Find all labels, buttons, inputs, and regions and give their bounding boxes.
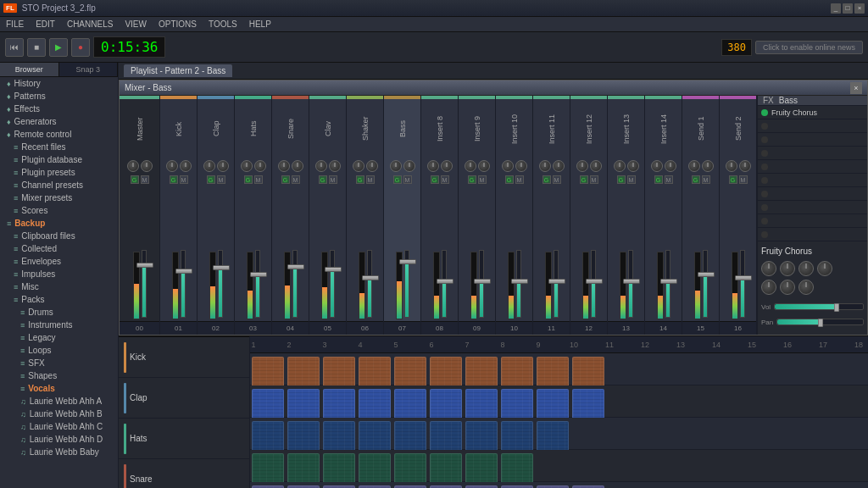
maximize-btn[interactable]: □ xyxy=(843,3,853,14)
channel-knob-1[interactable] xyxy=(329,160,341,172)
mixer-channel-send-1[interactable]: Send 1GM15 xyxy=(682,96,720,335)
channel-green-btn[interactable]: G xyxy=(207,175,215,184)
mixer-channel-insert-8[interactable]: Insert 8GM08 xyxy=(421,96,459,335)
play-btn[interactable]: ▶ xyxy=(49,38,68,57)
sidebar-item-recent-files[interactable]: ≡Recent files xyxy=(0,141,118,153)
sidebar-item-plugin-database[interactable]: ≡Plugin database xyxy=(0,153,118,166)
channel-knob-0[interactable] xyxy=(241,160,253,172)
channel-knob-1[interactable] xyxy=(441,160,453,172)
channel-green-btn[interactable]: G xyxy=(505,175,514,184)
channel-mute-btn[interactable]: M xyxy=(403,175,412,184)
fx-knob-6[interactable] xyxy=(780,280,795,295)
fader-knob[interactable] xyxy=(511,279,528,284)
fader-track[interactable] xyxy=(703,250,708,318)
fader-knob[interactable] xyxy=(623,279,640,284)
channel-knob-0[interactable] xyxy=(726,160,737,172)
channel-mute-btn[interactable]: M xyxy=(515,175,524,184)
channel-bottom-label[interactable]: 14 xyxy=(645,321,682,335)
mixer-channel-insert-13[interactable]: Insert 13GM13 xyxy=(608,96,645,335)
channel-green-btn[interactable]: G xyxy=(542,175,551,184)
channel-mute-btn[interactable]: M xyxy=(141,175,149,184)
mixer-channel-hats[interactable]: HatsGM03 xyxy=(235,96,272,335)
sidebar-item-collected[interactable]: ≡Collected xyxy=(0,242,118,255)
channel-knob-0[interactable] xyxy=(539,160,551,172)
menu-options[interactable]: OPTIONS xyxy=(156,19,199,30)
menu-tools[interactable]: TOOLS xyxy=(206,19,240,30)
sidebar-item-backup[interactable]: ≡Backup xyxy=(0,217,118,230)
channel-knob-0[interactable] xyxy=(427,160,439,172)
fx-slot-4[interactable] xyxy=(758,160,867,174)
channel-mute-btn[interactable]: M xyxy=(478,175,487,184)
fx-slot-5[interactable] xyxy=(758,174,867,187)
fader-track[interactable] xyxy=(442,250,447,318)
channel-green-btn[interactable]: G xyxy=(319,175,327,184)
channel-mute-btn[interactable]: M xyxy=(180,175,188,184)
channel-bottom-label[interactable]: 12 xyxy=(570,321,607,335)
sidebar-item-history[interactable]: ♦History xyxy=(0,77,118,90)
sidebar-item-impulses[interactable]: ≡Impulses xyxy=(0,268,118,280)
channel-knob-0[interactable] xyxy=(166,160,178,172)
fx-slot-0[interactable]: Fruity Chorus xyxy=(758,106,867,119)
channel-knob-1[interactable] xyxy=(292,160,303,172)
channel-bottom-label[interactable]: 08 xyxy=(421,321,458,335)
fader-knob[interactable] xyxy=(735,275,752,280)
channel-knob-0[interactable] xyxy=(465,160,476,172)
menu-view[interactable]: VIEW xyxy=(122,19,149,30)
mixer-channel-insert-10[interactable]: Insert 10GM10 xyxy=(496,96,533,335)
mixer-channel-clap[interactable]: ClapGM02 xyxy=(198,96,235,335)
channel-green-btn[interactable]: G xyxy=(617,175,626,184)
channel-bottom-label[interactable]: 03 xyxy=(235,321,271,335)
channel-knob-0[interactable] xyxy=(651,160,663,172)
sidebar-item-legacy[interactable]: ≡Legacy xyxy=(0,331,118,344)
minimize-btn[interactable]: _ xyxy=(831,3,841,14)
channel-bottom-label[interactable]: 02 xyxy=(198,321,234,335)
fader-knob[interactable] xyxy=(474,279,491,284)
fader-knob[interactable] xyxy=(399,259,416,264)
sidebar-tab-browser[interactable]: Browser xyxy=(0,63,59,76)
channel-bottom-label[interactable]: 04 xyxy=(272,321,309,335)
channel-green-btn[interactable]: G xyxy=(468,175,476,184)
sidebar-item-plugin-presets[interactable]: ≡Plugin presets xyxy=(0,166,118,179)
fader-knob[interactable] xyxy=(660,279,677,284)
channel-knob-0[interactable] xyxy=(203,160,215,172)
channel-knob-0[interactable] xyxy=(278,160,290,172)
mixer-channel-master[interactable]: MasterGM00 xyxy=(120,96,160,335)
channel-bottom-label[interactable]: 07 xyxy=(384,321,420,335)
channel-bottom-label[interactable]: 10 xyxy=(496,321,532,335)
channel-mute-btn[interactable]: M xyxy=(441,175,449,184)
channel-knob-0[interactable] xyxy=(390,160,402,172)
channel-bottom-label[interactable]: 15 xyxy=(682,321,719,335)
channel-knob-0[interactable] xyxy=(614,160,626,172)
track-label-kick[interactable]: Kick xyxy=(119,337,249,378)
mixer-channel-kick[interactable]: KickGM01 xyxy=(160,96,198,335)
sidebar-item-patterns[interactable]: ♦Patterns xyxy=(0,90,118,103)
channel-knob-1[interactable] xyxy=(665,160,676,172)
fader-track[interactable] xyxy=(740,250,745,318)
sidebar-item-instruments[interactable]: ≡Instruments xyxy=(0,319,118,331)
channel-bottom-label[interactable]: 00 xyxy=(120,321,159,335)
fader-track[interactable] xyxy=(516,250,521,318)
channel-knob-0[interactable] xyxy=(315,160,327,172)
fx-slot-8[interactable] xyxy=(758,214,867,228)
sidebar-item-mixer-presets[interactable]: ≡Mixer presets xyxy=(0,191,118,204)
channel-green-btn[interactable]: G xyxy=(580,175,588,184)
channel-green-btn[interactable]: G xyxy=(654,175,663,184)
playlist-row-clap[interactable] xyxy=(250,385,868,418)
channel-bottom-label[interactable]: 16 xyxy=(720,321,756,335)
channel-knob-1[interactable] xyxy=(403,160,415,172)
channel-green-btn[interactable]: G xyxy=(729,175,737,184)
fx-knob-7[interactable] xyxy=(798,280,814,295)
channel-knob-1[interactable] xyxy=(478,160,490,172)
fx-slot-3[interactable] xyxy=(758,147,867,160)
fader-track[interactable] xyxy=(181,250,186,318)
channel-knob-0[interactable] xyxy=(353,160,364,172)
sidebar-item-vocals[interactable]: ≡Vocals xyxy=(0,382,118,395)
channel-knob-1[interactable] xyxy=(627,160,639,172)
mixer-channel-shaker[interactable]: ShakerGM06 xyxy=(347,96,384,335)
channel-knob-1[interactable] xyxy=(702,160,714,172)
sidebar-item-laurie-webb-ahh-c[interactable]: ♫Laurie Webb Ahh C xyxy=(0,420,118,433)
fader-track[interactable] xyxy=(255,250,260,318)
channel-knob-1[interactable] xyxy=(366,160,378,172)
channel-bottom-label[interactable]: 06 xyxy=(347,321,383,335)
fader-track[interactable] xyxy=(554,250,559,318)
